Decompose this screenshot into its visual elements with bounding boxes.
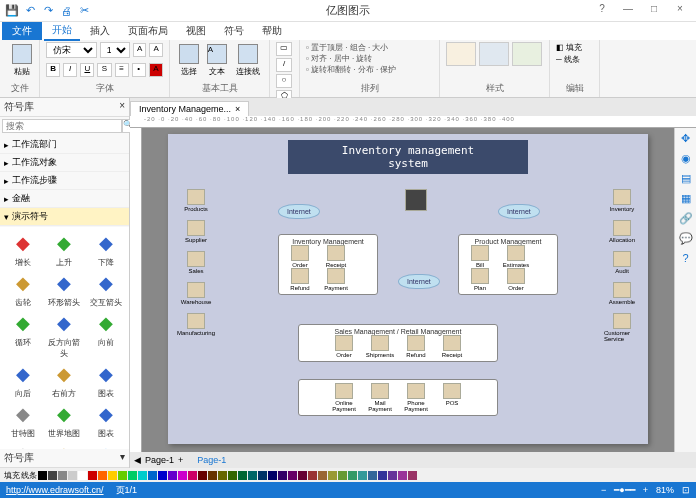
close-button[interactable]: × bbox=[670, 3, 690, 19]
color-swatch[interactable] bbox=[178, 471, 187, 480]
server-node[interactable] bbox=[398, 189, 434, 211]
select-tool[interactable]: 选择 bbox=[176, 42, 201, 78]
redo-icon[interactable]: ↷ bbox=[40, 3, 56, 19]
color-swatch[interactable] bbox=[168, 471, 177, 480]
tool-helptip-icon[interactable]: ? bbox=[678, 252, 694, 268]
undo-icon[interactable]: ↶ bbox=[22, 3, 38, 19]
category-item[interactable]: ▸ 工作流对象 bbox=[0, 154, 129, 172]
diagram-item[interactable]: Receipt bbox=[434, 335, 470, 358]
diagram-item[interactable]: Order bbox=[282, 245, 318, 268]
line-button[interactable]: ─ 线条 bbox=[556, 54, 593, 66]
diagram-item[interactable]: Estimates bbox=[498, 245, 534, 268]
diagram-item[interactable]: Allocation bbox=[604, 220, 640, 243]
diagram-item[interactable]: Audit bbox=[604, 251, 640, 274]
symbol-search-input[interactable] bbox=[2, 119, 122, 133]
diagram-item[interactable]: Sales bbox=[178, 251, 214, 274]
diagram-item[interactable]: Mail Payment bbox=[362, 383, 398, 412]
color-swatch[interactable] bbox=[128, 471, 137, 480]
color-swatch[interactable] bbox=[108, 471, 117, 480]
symbol-cell[interactable]: ◆反方向箭头 bbox=[45, 310, 85, 359]
color-swatch[interactable] bbox=[328, 471, 337, 480]
diagram-item[interactable]: Order bbox=[498, 268, 534, 291]
symbol-cell[interactable]: ◆环形箭头 bbox=[45, 270, 85, 308]
zoom-slider[interactable]: ━●━━ bbox=[614, 485, 634, 495]
page-add-icon[interactable]: + bbox=[178, 455, 183, 465]
diagram-item[interactable]: Plan bbox=[462, 268, 498, 291]
bullet-button[interactable]: • bbox=[132, 63, 146, 77]
arrange-front[interactable]: ▫ 置于顶层 · 组合 · 大小 bbox=[306, 42, 433, 53]
arrange-rotate[interactable]: ▫ 旋转和翻转 · 分布 · 保护 bbox=[306, 64, 433, 75]
category-item[interactable]: ▸ 金融 bbox=[0, 190, 129, 208]
bold-button[interactable]: B bbox=[46, 63, 60, 77]
color-swatch[interactable] bbox=[308, 471, 317, 480]
color-swatch[interactable] bbox=[288, 471, 297, 480]
color-swatch[interactable] bbox=[138, 471, 147, 480]
diagram-item[interactable]: Warehouse bbox=[178, 282, 214, 305]
symbol-cell[interactable]: ◆上升 bbox=[45, 230, 85, 268]
menu-insert[interactable]: 插入 bbox=[82, 22, 118, 40]
diagram-page[interactable]: Inventory management system Internet Int… bbox=[168, 134, 648, 444]
paste-button[interactable]: 粘贴 bbox=[6, 42, 38, 78]
font-name-select[interactable]: 仿宋 bbox=[46, 42, 97, 58]
underline-button[interactable]: U bbox=[80, 63, 94, 77]
color-swatch[interactable] bbox=[188, 471, 197, 480]
color-swatch[interactable] bbox=[388, 471, 397, 480]
color-swatch[interactable] bbox=[148, 471, 157, 480]
color-swatch[interactable] bbox=[218, 471, 227, 480]
shape-line-button[interactable]: / bbox=[276, 58, 292, 72]
color-swatch[interactable] bbox=[318, 471, 327, 480]
category-item[interactable]: ▸ 工作流部门 bbox=[0, 136, 129, 154]
cloud-node[interactable]: Internet bbox=[278, 204, 320, 219]
fill-button[interactable]: ◧ 填充 bbox=[556, 42, 593, 54]
menu-home[interactable]: 开始 bbox=[44, 21, 80, 41]
file-menu[interactable]: 文件 bbox=[2, 22, 42, 40]
product-mgmt-box[interactable]: Product Management BillEstimatesPlanOrde… bbox=[458, 234, 558, 295]
canvas[interactable]: Inventory management system Internet Int… bbox=[142, 128, 674, 452]
align-button[interactable]: ≡ bbox=[115, 63, 129, 77]
symbol-cell[interactable]: ◆图表 bbox=[86, 361, 126, 399]
tool-link-icon[interactable]: 🔗 bbox=[678, 212, 694, 228]
shape-rect-button[interactable]: ▭ bbox=[276, 42, 292, 56]
style-preset-3[interactable] bbox=[512, 42, 542, 66]
print-icon[interactable]: 🖨 bbox=[58, 3, 74, 19]
font-shrink-button[interactable]: A bbox=[149, 43, 163, 57]
color-swatch[interactable] bbox=[68, 471, 77, 480]
symbol-cell[interactable]: ◆云 bbox=[86, 441, 126, 449]
color-swatch[interactable] bbox=[58, 471, 67, 480]
strike-button[interactable]: S bbox=[97, 63, 111, 77]
payment-box[interactable]: Online PaymentMail PaymentPhone PaymentP… bbox=[298, 379, 498, 416]
color-swatch[interactable] bbox=[238, 471, 247, 480]
diagram-item[interactable]: Receipt bbox=[318, 245, 354, 268]
sidebar-footer[interactable]: 符号库▾ bbox=[0, 449, 129, 468]
color-swatch[interactable] bbox=[158, 471, 167, 480]
document-tab[interactable]: Inventory Manageme...× bbox=[130, 101, 249, 116]
symbol-cell[interactable]: ◆向后 bbox=[3, 361, 43, 399]
menu-help[interactable]: 帮助 bbox=[254, 22, 290, 40]
category-item[interactable]: ▾ 演示符号 bbox=[0, 208, 129, 226]
tool-theme-icon[interactable]: ◉ bbox=[678, 152, 694, 168]
page-tab-2[interactable]: Page-1 bbox=[197, 455, 226, 465]
color-swatch[interactable] bbox=[228, 471, 237, 480]
sales-mgmt-box[interactable]: Sales Management / Retail Management Ord… bbox=[298, 324, 498, 362]
diagram-item[interactable]: Phone Payment bbox=[398, 383, 434, 412]
cloud-node[interactable]: Internet bbox=[498, 204, 540, 219]
color-swatch[interactable] bbox=[338, 471, 347, 480]
tool-pan-icon[interactable]: ✥ bbox=[678, 132, 694, 148]
color-swatch[interactable] bbox=[408, 471, 417, 480]
diagram-item[interactable]: Refund bbox=[398, 335, 434, 358]
tab-close-icon[interactable]: × bbox=[235, 104, 240, 114]
connector-tool[interactable]: 连接线 bbox=[232, 42, 263, 78]
menu-layout[interactable]: 页面布局 bbox=[120, 22, 176, 40]
color-swatch[interactable] bbox=[258, 471, 267, 480]
fit-page-icon[interactable]: ⊡ bbox=[682, 485, 690, 495]
symbol-cell[interactable]: ◆右前方 bbox=[45, 361, 85, 399]
color-swatch[interactable] bbox=[198, 471, 207, 480]
page-prev-icon[interactable]: ◀ bbox=[134, 455, 141, 465]
diagram-item[interactable]: Supplier bbox=[178, 220, 214, 243]
symbol-cell[interactable]: ◆世界地图 bbox=[45, 401, 85, 439]
symbol-cell[interactable]: ◆齿轮 bbox=[3, 270, 43, 308]
symbol-cell[interactable]: ◆新锐 bbox=[3, 441, 43, 449]
symbol-cell[interactable]: ◆循环 bbox=[3, 310, 43, 359]
color-swatch[interactable] bbox=[78, 471, 87, 480]
diagram-item[interactable]: Products bbox=[178, 189, 214, 212]
